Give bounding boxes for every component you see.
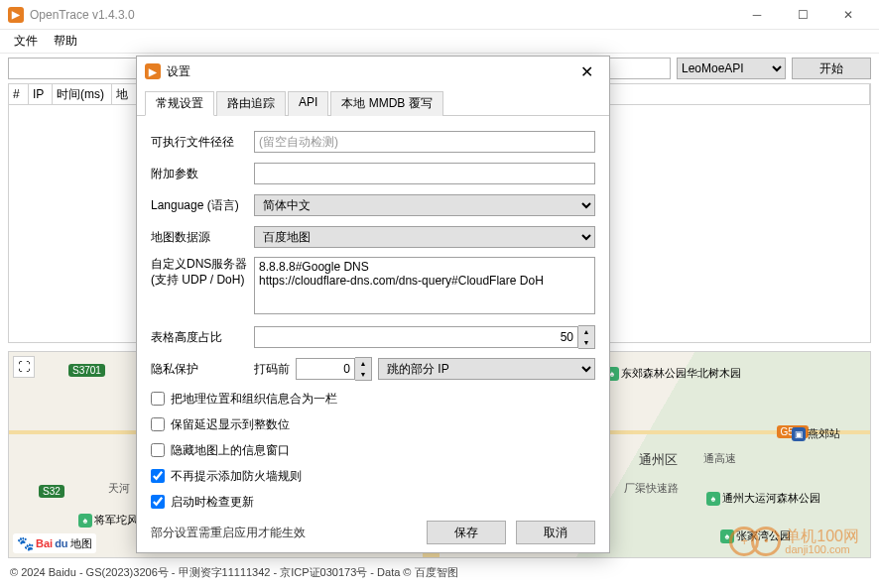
dns-label: 自定义DNS服务器(支持 UDP / DoH) — [151, 257, 254, 288]
dialog-footer: 部分设置需重启应用才能生效 保存 取消 — [137, 513, 609, 552]
dialog-titlebar: ▶ 设置 ✕ — [137, 57, 609, 86]
close-button[interactable]: ✕ — [825, 0, 871, 30]
cancel-button[interactable]: 取消 — [516, 521, 595, 544]
exe-path-label: 可执行文件径径 — [151, 134, 254, 151]
privacy-count-input[interactable] — [296, 358, 355, 380]
check-update-on-start[interactable]: 启动时检查更新 — [151, 492, 595, 512]
tab-api[interactable]: API — [288, 91, 328, 116]
check-hide-infowindow-input[interactable] — [151, 443, 165, 457]
th-time[interactable]: 时间(ms) — [53, 84, 112, 104]
tab-route[interactable]: 路由追踪 — [216, 91, 286, 116]
menu-file[interactable]: 文件 — [6, 31, 46, 52]
spinner-down-button[interactable]: ▼ — [355, 369, 371, 380]
map-place-label: 通州区 — [639, 451, 678, 469]
dialog-title: 设置 — [167, 63, 571, 80]
map-marker: ♠东郊森林公园华北树木园 — [605, 366, 741, 381]
table-height-input[interactable] — [254, 326, 578, 348]
road-badge: S32 — [39, 485, 64, 498]
tab-general[interactable]: 常规设置 — [145, 91, 214, 116]
dialog-logo-icon: ▶ — [145, 63, 161, 79]
check-no-firewall-prompt[interactable]: 不再提示添加防火墙规则 — [151, 466, 595, 486]
th-ip[interactable]: IP — [29, 84, 53, 104]
api-select[interactable]: LeoMoeAPI — [677, 58, 786, 79]
map-place-label: 天河 — [108, 481, 130, 496]
restart-note: 部分设置需重启应用才能生效 — [151, 525, 417, 541]
titlebar: ▶ OpenTrace v1.4.3.0 ─ ☐ ✕ — [0, 0, 879, 30]
dns-textarea[interactable]: 8.8.8.8#Google DNS https://cloudflare-dn… — [254, 257, 595, 314]
copyright-footer: © 2024 Baidu - GS(2023)3206号 - 甲测资字11111… — [10, 565, 458, 580]
privacy-label: 隐私保护 — [151, 361, 254, 378]
maximize-button[interactable]: ☐ — [780, 0, 825, 30]
spinner-up-button[interactable]: ▲ — [355, 358, 371, 369]
map-fullscreen-button[interactable]: ⛶ — [13, 356, 35, 378]
tab-mmdb[interactable]: 本地 MMDB 覆写 — [330, 91, 442, 116]
check-merge-geo[interactable]: 把地理位置和组织信息合为一栏 — [151, 389, 595, 409]
map-marker: ♠通州大运河森林公园 — [706, 491, 820, 506]
check-hide-infowindow[interactable]: 隐藏地图上的信息窗口 — [151, 440, 595, 460]
minimize-button[interactable]: ─ — [734, 0, 780, 30]
window-title: OpenTrace v1.4.3.0 — [30, 8, 734, 22]
spinner-down-button[interactable]: ▼ — [578, 337, 594, 348]
check-merge-geo-input[interactable] — [151, 392, 165, 406]
map-road-label: 通高速 — [703, 451, 736, 466]
th-num[interactable]: # — [9, 84, 29, 104]
map-road-label: 厂渠快速路 — [624, 481, 679, 496]
privacy-before-label: 打码前 — [254, 361, 290, 378]
check-integer-latency[interactable]: 保留延迟显示到整数位 — [151, 414, 595, 434]
baidu-logo: 🐾Baidu 地图 — [13, 533, 96, 553]
start-button[interactable]: 开始 — [792, 58, 871, 79]
check-no-firewall-prompt-input[interactable] — [151, 469, 165, 483]
exe-path-input[interactable] — [254, 131, 595, 153]
privacy-mode-select[interactable]: 跳的部分 IP — [378, 358, 595, 380]
map-marker: ▣燕郊站 — [792, 426, 840, 441]
check-update-on-start-input[interactable] — [151, 495, 165, 509]
dialog-body: 可执行文件径径 附加参数 Language (语言) 简体中文 地图数据源 百度… — [137, 116, 609, 513]
map-marker: ♠将军坨风 — [78, 513, 138, 528]
spinner-up-button[interactable]: ▲ — [578, 326, 594, 337]
language-label: Language (语言) — [151, 197, 254, 214]
mapsrc-select[interactable]: 百度地图 — [254, 226, 595, 248]
args-label: 附加参数 — [151, 166, 254, 182]
tabstrip: 常规设置 路由追踪 API 本地 MMDB 覆写 — [137, 86, 609, 116]
table-height-label: 表格高度占比 — [151, 329, 254, 346]
mapsrc-label: 地图数据源 — [151, 229, 254, 246]
save-button[interactable]: 保存 — [427, 521, 506, 544]
settings-dialog: ▶ 设置 ✕ 常规设置 路由追踪 API 本地 MMDB 覆写 可执行文件径径 … — [136, 56, 610, 553]
app-logo-icon: ▶ — [8, 7, 24, 23]
args-input[interactable] — [254, 163, 595, 184]
menu-help[interactable]: 帮助 — [46, 31, 85, 52]
check-integer-latency-input[interactable] — [151, 417, 165, 431]
language-select[interactable]: 简体中文 — [254, 194, 595, 216]
dialog-close-button[interactable]: ✕ — [571, 57, 601, 86]
road-badge: S3701 — [68, 364, 105, 377]
map-marker: ♠张家湾公园 — [720, 529, 791, 543]
menubar: 文件 帮助 — [0, 30, 879, 54]
